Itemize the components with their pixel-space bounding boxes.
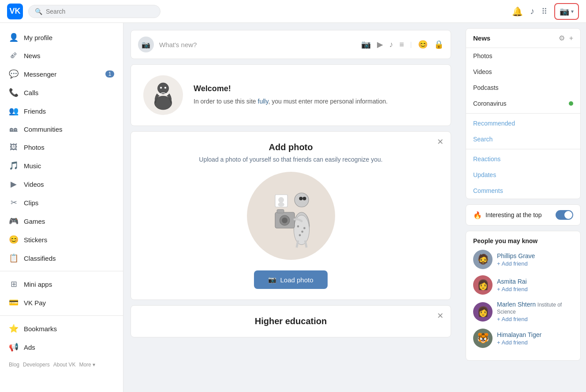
news-reactions-link[interactable]: Reactions [466, 151, 580, 167]
person-name[interactable]: Marlen Shtern [497, 301, 536, 308]
svg-point-10 [301, 231, 303, 233]
search-bar[interactable]: 🔍 [28, 5, 160, 18]
whats-new-input[interactable]: What's new? [159, 41, 356, 48]
sidebar-item-stickers[interactable]: 😊 Stickers [0, 230, 123, 249]
right-sidebar: News ⚙ + Photos Videos Podcasts Coronavi… [460, 23, 586, 392]
current-user-avatar: 📷 [138, 37, 154, 52]
news-item-photos[interactable]: Photos [466, 48, 580, 64]
welcome-description: In order to use this site fully, you mus… [194, 97, 388, 106]
people-panel: People you may know 🧔 Phillips Grave + A… [466, 231, 581, 361]
close-add-photo-button[interactable]: ✕ [437, 137, 444, 147]
close-higher-ed-button[interactable]: ✕ [437, 311, 444, 321]
footer-blog[interactable]: Blog [9, 362, 19, 368]
music-icon[interactable]: ♪ [530, 6, 534, 16]
svg-point-7 [302, 197, 306, 200]
sidebar-item-label: Messenger [24, 70, 56, 78]
news-divider-2 [466, 149, 580, 149]
sidebar-item-music[interactable]: 🎵 Music [0, 156, 123, 175]
lock-icon[interactable]: 🔒 [434, 40, 444, 49]
news-updates-link[interactable]: Updates [466, 167, 580, 183]
emoji-icon[interactable]: 😊 [418, 40, 428, 49]
add-friend-button[interactable]: + Add friend [497, 286, 528, 292]
news-comments-link[interactable]: Comments [466, 183, 580, 199]
sidebar-item-clips[interactable]: ✂ Clips [0, 193, 123, 212]
sidebar-item-label: VK Pay [24, 299, 46, 307]
page-layout: 👤 My profile 🗞 News 💬 Messenger 1 📞 Call… [0, 23, 586, 392]
messenger-badge: 1 [105, 70, 114, 78]
grid-icon[interactable]: ⠿ [541, 7, 547, 16]
welcome-link[interactable]: fully [258, 98, 269, 105]
news-item-coronavirus[interactable]: Coronavirus [466, 96, 580, 111]
svg-point-12 [303, 227, 306, 229]
text-icon[interactable]: ≡ [399, 40, 404, 49]
person-info: Phillips Grave + Add friend [497, 252, 535, 267]
sidebar-item-communities[interactable]: 🏘 Communities [0, 120, 123, 138]
welcome-illustration [143, 75, 183, 115]
news-add-icon[interactable]: + [569, 34, 573, 42]
music-attach-icon[interactable]: ♪ [389, 40, 393, 49]
news-filter-icon[interactable]: ⚙ [559, 34, 565, 42]
sidebar-item-news[interactable]: 🗞 News [0, 47, 123, 65]
videos-icon: ▶ [9, 179, 19, 189]
add-friend-button[interactable]: + Add friend [497, 339, 541, 346]
person-name[interactable]: Asmita Rai [497, 278, 527, 285]
sidebar-item-friends[interactable]: 👥 Friends [0, 102, 123, 120]
sidebar-item-label: Bookmarks [24, 325, 57, 333]
person-name[interactable]: Himalayan Tiger [497, 331, 541, 338]
sidebar-item-photos[interactable]: 🖼 Photos [0, 138, 123, 156]
sidebar-item-my-profile[interactable]: 👤 My profile [0, 28, 123, 47]
add-friend-button[interactable]: + Add friend [497, 316, 573, 322]
camera-button[interactable]: 📷 ▾ [554, 3, 579, 20]
news-item-podcasts[interactable]: Podcasts [466, 80, 580, 96]
footer-more[interactable]: More ▾ [79, 362, 95, 368]
load-photo-button[interactable]: 📷 Load photo [254, 270, 327, 289]
add-friend-button[interactable]: + Add friend [497, 260, 535, 267]
search-icon: 🔍 [35, 8, 42, 15]
interesting-toggle[interactable] [556, 210, 573, 220]
footer-about-vk[interactable]: About VK [53, 362, 76, 368]
news-divider-1 [466, 113, 580, 114]
sidebar-item-label: Friends [24, 107, 46, 115]
svg-point-3 [164, 87, 166, 89]
topnav-icons: 🔔 ♪ ⠿ 📷 ▾ [512, 3, 579, 20]
sidebar-item-ads[interactable]: 📢 Ads [0, 338, 123, 356]
svg-line-13 [296, 240, 298, 248]
svg-point-17 [282, 218, 287, 223]
svg-point-9 [297, 226, 299, 228]
sidebar-item-games[interactable]: 🎮 Games [0, 212, 123, 230]
vk-logo[interactable]: VK [7, 4, 23, 19]
welcome-text: Welcome! In order to use this site fully… [194, 84, 388, 106]
add-photo-card: ✕ Add photo Upload a photo of yourself s… [131, 131, 451, 300]
higher-ed-title: Higher education [143, 316, 438, 326]
sidebar-item-mini-apps[interactable]: ⊞ Mini apps [0, 275, 123, 293]
higher-education-card: ✕ Higher education [131, 305, 451, 337]
add-photo-subtitle: Upload a photo of yourself so that frien… [143, 156, 438, 163]
footer-developers[interactable]: Developers [23, 362, 50, 368]
person-avatar: 👩 [473, 302, 493, 322]
news-item-videos[interactable]: Videos [466, 64, 580, 80]
news-recommended-link[interactable]: Recommended [466, 115, 580, 131]
add-photo-illustration [247, 172, 335, 260]
sidebar-item-label: Videos [24, 181, 44, 188]
sidebar-item-bookmarks[interactable]: ⭐ Bookmarks [0, 319, 123, 338]
vk-pay-icon: 💳 [9, 298, 19, 307]
search-input[interactable] [46, 8, 154, 15]
welcome-title: Welcome! [194, 84, 388, 93]
sidebar-item-classifieds[interactable]: 📋 Classifieds [0, 249, 123, 267]
person-item: 🐯 Himalayan Tiger + Add friend [473, 329, 573, 348]
bell-icon[interactable]: 🔔 [512, 6, 523, 17]
camera-icon: 📷 [268, 276, 276, 284]
video-icon[interactable]: ▶ [377, 40, 383, 49]
news-search-link[interactable]: Search [466, 131, 580, 147]
sidebar-item-calls[interactable]: 📞 Calls [0, 83, 123, 102]
person-name[interactable]: Phillips Grave [497, 252, 535, 259]
bookmarks-icon: ⭐ [9, 324, 19, 333]
photo-attach-icon[interactable]: 📷 [361, 40, 371, 49]
sidebar-divider-1 [0, 271, 123, 271]
person-info: Himalayan Tiger + Add friend [497, 331, 541, 346]
sidebar-item-vk-pay[interactable]: 💳 VK Pay [0, 293, 123, 312]
sidebar-item-messenger[interactable]: 💬 Messenger 1 [0, 65, 123, 83]
sidebar-item-label: Calls [24, 89, 38, 96]
svg-point-0 [157, 83, 168, 94]
sidebar-item-videos[interactable]: ▶ Videos [0, 175, 123, 193]
